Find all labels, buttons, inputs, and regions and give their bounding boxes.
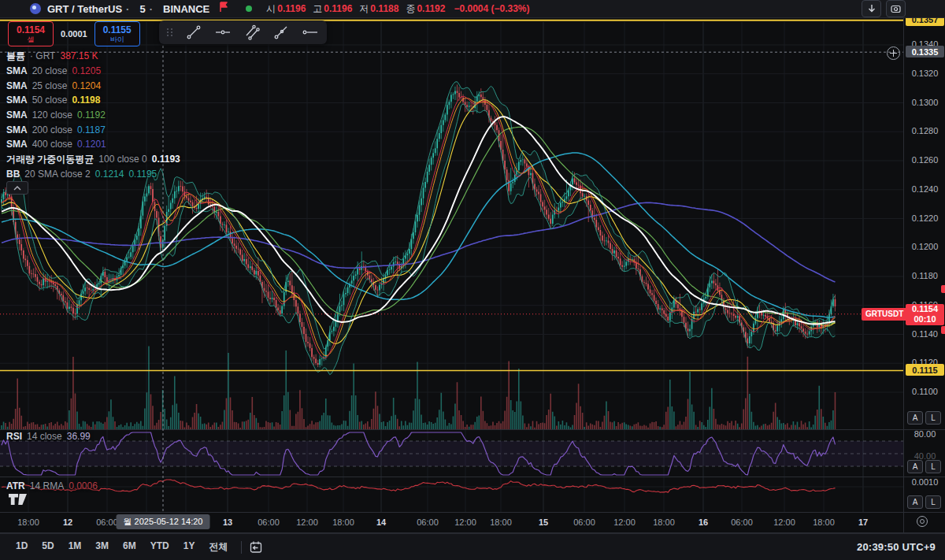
horizontal-line-tool[interactable] [214,24,232,41]
bar-countdown: 00:10 [906,314,944,325]
last-price-label: 0.1154 00:10 [906,304,944,325]
legend-row[interactable]: SMA25 close0.1204 [6,78,180,93]
sell-button[interactable]: 0.1154 셀 [8,21,54,46]
legend-text: 387.15 K [60,50,98,61]
range-1M[interactable]: 1M [62,537,88,557]
parallel-channel-tool[interactable] [243,24,261,41]
legend-row[interactable]: BB20 SMA close 20.12140.1195 [6,167,180,182]
legend-text: 120 close [32,109,72,121]
price-tick: 0.1200 [904,242,945,251]
legend-row[interactable]: SMA120 close0.1192 [6,108,180,123]
time-tick: 12:00 [773,517,795,527]
range-6M[interactable]: 6M [117,537,143,557]
legend-text: SMA [6,124,28,135]
legend-text: SMA [6,65,28,76]
screenshot-button[interactable] [886,0,906,17]
symbol-button[interactable]: GRT / TetherUS [47,3,122,15]
scale-log-button[interactable]: L [925,460,941,473]
time-tick: 18:00 [653,517,675,527]
legend-row[interactable]: 거래량 가중이동평균100 close 00.1193 [6,152,180,167]
range-YTD[interactable]: YTD [144,537,176,557]
edge-order-marker [941,326,945,334]
price-tick: 0.1140 [904,329,945,339]
symbol-price-tag: GRTUSDT [862,308,907,321]
legend-text: BB [6,169,20,180]
ray-tool[interactable] [272,24,290,41]
separator: · [150,3,153,15]
legend-text: 50 close [32,95,68,106]
legend-row[interactable]: SMA20 close0.1205 [6,64,180,79]
interval-button[interactable]: 5 [139,3,145,15]
time-tick: 18:00 [17,517,39,527]
crosshair-price-label: 0.1335 [906,46,944,57]
legend-text: 14 close [27,431,62,442]
exchange-label: BINANCE [163,3,209,15]
add-alert-plus-icon[interactable] [887,46,900,60]
price-tick: 0.1260 [904,155,945,165]
legend-row[interactable]: SMA50 close0.1198 [6,93,180,108]
bottom-toolbar: 1D5D1M3M6MYTD1Y전체 20:39:50 UTC+9 [0,533,945,560]
ohlc-시: 시0.1196 [266,2,306,16]
legend-text: 0.1193 [152,154,180,165]
session-clock[interactable]: 20:39:50 UTC+9 [857,541,936,553]
time-tick: 17 [858,517,868,527]
atr-legend[interactable]: ATR14 RMA0.0006 [6,480,98,491]
range-3M[interactable]: 3M [89,537,115,557]
ohlc-종: 종0.1192 [406,2,445,16]
scale-buttons-main: AL [907,411,941,425]
legend-text: 14 RMA [30,480,64,491]
legend-text: 20 close [32,65,68,76]
pane-tick: 0.0010 [904,477,945,487]
tradingview-logo [8,491,28,510]
scale-log-button[interactable]: L [925,411,941,425]
time-tick: 06:00 [417,517,439,527]
legend-text: 거래량 가중이동평균 [6,153,94,166]
trend-line-tool[interactable] [185,24,202,41]
rsi-legend[interactable]: RSI14 close36.99 [6,431,91,442]
legend-text: ATR [6,480,25,491]
price-axis[interactable]: 0.1357 0.1335 0.1154 00:10 0.1115 0.1340… [903,0,945,532]
legend-text: 0.1214 [95,169,124,180]
time-axis[interactable]: 월 2025-05-12 14:20 18:001206:001306:0012… [0,512,903,532]
time-tick: 06:00 [731,517,753,527]
legend-text: 0.1187 [77,124,106,135]
flag-icon[interactable] [219,2,228,16]
chart-header: GRT / TetherUS · 5 · BINANCE 시0.1196고0.1… [0,0,945,18]
range-5D[interactable]: 5D [35,537,60,557]
legend-text: 0.0006 [69,480,98,491]
ohlc-저: 저0.1188 [359,2,398,16]
sell-price: 0.1154 [17,25,45,35]
legend-text: 0.1205 [72,65,101,76]
legend-collapse-button[interactable] [6,181,28,195]
drawing-toolbar [159,20,327,44]
legend-row[interactable]: 볼륨· GRT387.15 K [6,49,180,64]
range-전체[interactable]: 전체 [202,537,234,557]
market-status-icon[interactable] [246,6,252,12]
scale-log-button[interactable]: L [925,495,941,509]
scale-auto-button[interactable]: A [907,495,923,509]
legend-row[interactable]: SMA200 close0.1187 [6,122,180,137]
last-price-value: 0.1154 [906,304,944,314]
toolbar-drag-handle[interactable] [167,28,173,36]
target-icon[interactable] [917,516,928,527]
scale-auto-button[interactable]: A [907,411,923,425]
price-tick: 0.1220 [904,213,945,223]
range-1D[interactable]: 1D [9,537,34,557]
time-tick: 12:00 [454,517,476,527]
legend-text: SMA [6,109,28,121]
legend-row[interactable]: SMA400 close0.1201 [6,137,180,152]
scroll-down-button[interactable] [862,0,881,17]
crosshair-date-label: 월 2025-05-12 14:20 [117,514,210,529]
time-tick: 14 [376,517,386,527]
trading-chart-app: GRT / TetherUS · 5 · BINANCE 시0.1196고0.1… [0,0,945,560]
buy-button[interactable]: 0.1155 바이 [94,21,140,46]
indicator-legend: 볼륨· GRT387.15 KSMA20 close0.1205SMA25 cl… [6,49,180,181]
time-tick: 18:00 [813,517,835,527]
legend-text: 0.1198 [72,95,100,106]
buy-label: 바이 [110,35,124,43]
go-to-date-button[interactable] [249,540,263,554]
legend-text: · GRT [30,50,55,61]
range-1Y[interactable]: 1Y [177,537,202,557]
scale-auto-button[interactable]: A [907,460,923,473]
horizontal-ray-tool[interactable] [302,24,319,41]
